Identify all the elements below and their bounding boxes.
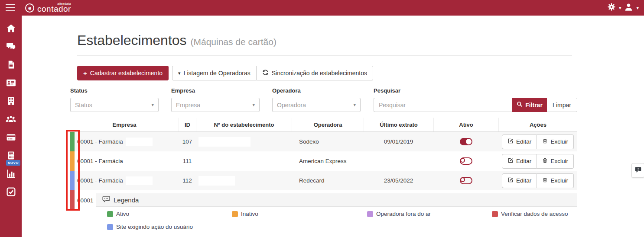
user-caret-down-icon[interactable]: ▾	[636, 6, 639, 10]
document-icon	[6, 60, 16, 70]
editar-button[interactable]: Editar	[502, 135, 537, 149]
calculator-icon	[6, 151, 16, 160]
select-caret-down-icon: ▾	[252, 102, 255, 108]
legend-bubble-icon	[102, 195, 110, 204]
brand-alterdata-label: alterdata	[57, 2, 71, 5]
select-caret-down-icon: ▾	[353, 102, 356, 108]
legend-title: Legenda	[114, 196, 139, 204]
column-header-ativo: Ativo	[433, 118, 498, 131]
page-title: Estabelecimentos (Máquinas de cartão)	[77, 32, 276, 48]
hamburger-menu-icon[interactable]	[6, 4, 16, 11]
sidebar-item-companies[interactable]	[0, 92, 22, 110]
red-swatch-icon	[492, 211, 498, 217]
excluir-button[interactable]: Excluir	[537, 135, 574, 149]
user-profile-icon[interactable]	[624, 3, 633, 13]
bar-chart-icon	[6, 168, 16, 179]
trash-icon	[542, 157, 548, 165]
search-icon	[517, 101, 523, 109]
settings-gear-icon[interactable]	[607, 3, 616, 13]
table-row: 00001 - Farmácia 111 American Express Ed…	[70, 151, 577, 171]
select-caret-down-icon: ▾	[151, 102, 154, 108]
redacted-company-name	[126, 138, 153, 146]
filtrar-button[interactable]: Filtrar	[512, 98, 547, 112]
table-row: 00001 - Farmácia 112 Redecard 23/05/2022…	[70, 171, 577, 190]
top-bar: e alterdata contador	[0, 0, 644, 16]
status-strip	[70, 190, 75, 211]
legend-item-ativo: Ativo	[107, 211, 129, 217]
column-header-id: ID	[179, 118, 196, 131]
ativo-toggle-on[interactable]	[460, 138, 472, 145]
legend-panel: Legenda Ativo Inativo Operadora fora do …	[96, 193, 577, 237]
trash-icon	[542, 138, 548, 145]
ativo-toggle-off[interactable]	[460, 177, 472, 184]
column-header-ultimo-extrato: Último extrato	[364, 118, 433, 131]
table-header-row: Empresa ID Nº do estabelecimento Operado…	[70, 118, 577, 132]
edit-pencil-icon	[507, 157, 514, 165]
trash-icon	[542, 177, 548, 184]
building-icon	[6, 96, 16, 106]
green-swatch-icon	[107, 211, 113, 217]
legend-item-operadora-fora: Operadora fora do ar	[367, 211, 431, 217]
sync-icon	[262, 69, 269, 77]
sincronizacao-button[interactable]: Sincronização de estabelecimentos	[257, 66, 373, 80]
page-subtitle: (Máquinas de cartão)	[190, 37, 276, 47]
users-group-icon	[5, 113, 16, 125]
sidebar-item-messages[interactable]	[0, 37, 22, 55]
plus-icon: +	[83, 70, 87, 77]
left-sidebar: NOVO	[0, 16, 22, 237]
feedback-exclamation-bubble-icon	[634, 166, 642, 175]
comments-icon	[6, 41, 16, 52]
redacted-establishment-number	[198, 176, 235, 186]
feedback-button[interactable]	[631, 163, 644, 178]
status-strip	[70, 171, 75, 190]
listagem-operadoras-button[interactable]: ▾ Listagem de Operadoras	[172, 66, 257, 80]
main-content: Estabelecimentos (Máquinas de cartão) + …	[22, 16, 644, 237]
check-square-icon	[6, 186, 16, 197]
excluir-button[interactable]: Excluir	[537, 173, 574, 188]
status-select[interactable]: Status ▾	[70, 98, 159, 112]
status-strip	[70, 151, 75, 171]
sidebar-item-reports[interactable]	[0, 164, 22, 183]
sidebar-item-tasks[interactable]	[0, 183, 22, 201]
blue-swatch-icon	[107, 224, 113, 230]
status-strip	[70, 132, 75, 151]
cadastrar-estabelecimento-button[interactable]: + Cadastrar estabelecimento	[77, 66, 169, 80]
settings-caret-down-icon[interactable]: ▾	[619, 6, 621, 10]
contador-e-logo-icon: e	[25, 3, 34, 13]
sidebar-item-documents[interactable]	[0, 55, 22, 74]
redacted-establishment-number	[198, 137, 250, 147]
sidebar-item-cards[interactable]	[0, 128, 22, 146]
pesquisar-input[interactable]	[374, 98, 512, 112]
legend-item-verificar-dados: Verificar dados de acesso	[492, 211, 568, 217]
title-divider	[77, 55, 572, 56]
contact-card-icon	[6, 77, 16, 88]
excluir-button[interactable]: Excluir	[537, 154, 574, 169]
sidebar-item-users[interactable]	[0, 110, 22, 128]
column-header-operadora: Operadora	[292, 118, 364, 131]
pesquisar-filter-label: Pesquisar	[374, 87, 400, 94]
sidebar-item-contacts[interactable]	[0, 74, 22, 92]
status-filter-label: Status	[70, 87, 88, 94]
column-header-estabelecimento: Nº do estabelecimento	[196, 118, 292, 131]
ativo-toggle-off[interactable]	[460, 157, 472, 165]
limpar-button[interactable]: Limpar	[547, 98, 577, 112]
caret-down-icon: ▾	[178, 70, 181, 76]
home-icon	[6, 23, 16, 34]
purple-swatch-icon	[367, 211, 373, 217]
operadora-select[interactable]: Operadora ▾	[272, 98, 361, 112]
redacted-company-name	[126, 176, 153, 185]
establishments-table: Empresa ID Nº do estabelecimento Operado…	[70, 118, 577, 211]
brand-logo[interactable]: e alterdata contador	[25, 0, 71, 16]
edit-pencil-icon	[507, 177, 514, 184]
table-row: 00001 - Farmácia 107 Sodexo 09/01/2019 E…	[70, 132, 577, 151]
column-header-empresa: Empresa	[70, 118, 179, 131]
orange-swatch-icon	[232, 211, 238, 217]
novo-badge: NOVO	[6, 160, 20, 166]
legend-item-inativo: Inativo	[232, 211, 258, 217]
editar-button[interactable]: Editar	[502, 154, 537, 169]
brand-name-label: contador	[37, 4, 71, 13]
editar-button[interactable]: Editar	[502, 173, 537, 188]
edit-pencil-icon	[507, 138, 514, 145]
sidebar-item-home[interactable]	[0, 19, 22, 37]
empresa-select[interactable]: Empresa ▾	[171, 98, 260, 112]
